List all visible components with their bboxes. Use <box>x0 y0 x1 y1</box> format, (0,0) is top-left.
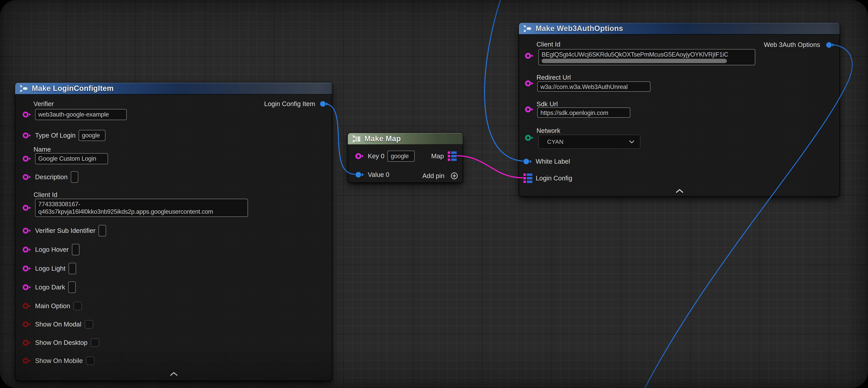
name-input[interactable]: Google Custom Login <box>35 153 108 164</box>
client-id-input[interactable]: 774338308167-q463s7kpvja16l4l0kko3nb925i… <box>35 199 248 217</box>
show-on-desktop-checkbox[interactable] <box>91 338 99 347</box>
add-pin-label: Add pin <box>422 172 444 180</box>
main-option-checkbox[interactable] <box>73 302 82 310</box>
pin-label-value-0: Value 0 <box>368 171 389 179</box>
pin-row-white-label: White Label <box>523 155 570 168</box>
pin-label-logo-light: Logo Light <box>35 265 65 272</box>
client-id-value: BEglQSgt4cUWcj6SKRdu5QkOXTsePmMcusG5EAoy… <box>541 51 728 58</box>
pin-value-0[interactable] <box>355 171 365 178</box>
pin-label-redirect-url: Redirect Url <box>536 73 571 82</box>
pin-label-client-id: Client Id <box>33 191 57 199</box>
type-of-login-input[interactable]: google <box>79 130 105 141</box>
show-on-mobile-checkbox[interactable] <box>86 356 95 365</box>
pin-label-main-option: Main Option <box>35 302 70 310</box>
pin-verifier[interactable] <box>23 111 32 118</box>
show-on-modal-checkbox[interactable] <box>85 320 93 329</box>
node-header-make-web3authoptions[interactable]: Make Web3AuthOptions <box>519 23 840 35</box>
pin-login-config-map-icon[interactable] <box>524 174 532 183</box>
make-map-icon <box>352 135 361 143</box>
chevron-up-icon <box>675 188 684 193</box>
node-make-web3authoptions[interactable]: Make Web3AuthOptions Client Id BEglQSgt4… <box>519 23 840 197</box>
output-pin-map-icon[interactable] <box>448 151 457 161</box>
pin-row-main-option: Main Option <box>23 300 82 312</box>
logo-dark-input[interactable] <box>68 281 76 293</box>
pin-client-id[interactable] <box>525 52 534 59</box>
pin-row-type-of-login: Type Of Login google <box>23 129 105 142</box>
pin-label-network: Network <box>536 127 560 135</box>
pin-redirect-url[interactable] <box>525 80 534 87</box>
pin-row-key-0: Key 0 google <box>355 150 415 162</box>
verifier-sub-identifier-input[interactable] <box>98 225 106 236</box>
pin-verifier-sub-identifier[interactable] <box>23 227 32 234</box>
pin-sdk-url[interactable] <box>525 106 534 113</box>
output-pin-label-login-config-item: Login Config Item <box>264 100 315 108</box>
pin-label-name: Name <box>33 146 51 153</box>
node-header-make-loginconfigitem[interactable]: Make LoginConfigItem <box>15 83 332 95</box>
collapse-node-button[interactable] <box>169 371 178 376</box>
collapse-node-button[interactable] <box>675 188 684 193</box>
network-selected-value: CYAN <box>547 139 563 145</box>
add-pin-button[interactable] <box>451 172 458 180</box>
pin-logo-dark[interactable] <box>23 284 32 291</box>
pin-label-white-label: White Label <box>536 157 570 166</box>
pin-label-client-id: Client Id <box>536 40 560 48</box>
make-struct-icon <box>523 25 532 33</box>
pin-row-show-on-modal: Show On Modal <box>23 318 93 331</box>
output-pin-label-web3auth-options: Web 3Auth Options <box>764 41 820 49</box>
network-select[interactable]: CYAN <box>538 135 640 149</box>
verifier-input[interactable]: web3auth-google-example <box>35 109 127 120</box>
pin-network[interactable] <box>525 134 534 141</box>
pin-label-sdk-url: Sdk Url <box>536 100 558 108</box>
pin-client-id[interactable] <box>23 204 32 211</box>
pin-key-0[interactable] <box>355 153 365 160</box>
pin-white-label[interactable] <box>523 158 532 165</box>
chevron-down-icon <box>629 140 634 144</box>
pin-row-verifier: web3auth-google-example <box>23 108 127 121</box>
node-title: Make LoginConfigItem <box>32 84 114 93</box>
node-make-loginconfigitem[interactable]: Make LoginConfigItem Verifier web3auth-g… <box>15 83 332 381</box>
pin-logo-hover[interactable] <box>23 246 32 253</box>
key-0-input[interactable]: google <box>388 151 415 162</box>
pin-label-description: Description <box>35 173 68 181</box>
pin-row-description: Description <box>23 171 78 183</box>
pin-label-show-on-mobile: Show On Mobile <box>35 357 83 365</box>
pin-label-type-of-login: Type Of Login <box>35 131 75 139</box>
pin-label-verifier: Verifier <box>33 100 54 108</box>
horizontal-scrollbar[interactable] <box>541 59 727 63</box>
pin-row-client-id: 774338308167-q463s7kpvja16l4l0kko3nb925i… <box>23 199 248 217</box>
pin-row-logo-light: Logo Light <box>23 262 76 275</box>
logo-light-input[interactable] <box>69 263 76 274</box>
redirect-url-input[interactable]: w3a://com.w3a.Web3AuthUnreal <box>537 82 650 92</box>
output-pin-label-map: Map <box>431 152 444 160</box>
make-struct-icon <box>19 85 28 92</box>
pin-label-logo-dark: Logo Dark <box>35 283 65 291</box>
pin-row-verifier-sub-identifier: Verifier Sub Identifier <box>23 225 106 237</box>
node-header-make-map[interactable]: Make Map <box>348 133 463 145</box>
description-input[interactable] <box>71 171 78 183</box>
pin-description[interactable] <box>23 174 32 181</box>
pin-row-show-on-desktop: Show On Desktop <box>23 336 99 349</box>
pin-row-show-on-mobile: Show On Mobile <box>23 355 95 367</box>
pin-show-on-mobile[interactable] <box>23 357 32 364</box>
pin-logo-light[interactable] <box>23 265 32 272</box>
logo-hover-input[interactable] <box>72 244 80 255</box>
node-make-map[interactable]: Make Map Key 0 google Map Value 0 Add pi… <box>348 133 463 183</box>
pin-row-logo-dark: Logo Dark <box>23 281 76 294</box>
pin-row-name: Google Custom Login <box>23 152 108 165</box>
pin-label-show-on-desktop: Show On Desktop <box>35 339 88 347</box>
node-title: Make Map <box>365 135 401 143</box>
pin-show-on-desktop[interactable] <box>23 339 32 346</box>
sdk-url-input[interactable]: https://sdk.openlogin.com <box>537 108 630 118</box>
pin-label-key-0: Key 0 <box>368 152 384 160</box>
pin-name[interactable] <box>23 155 32 162</box>
pin-show-on-modal[interactable] <box>23 321 32 328</box>
blueprint-graph-canvas[interactable]: Make LoginConfigItem Verifier web3auth-g… <box>0 0 868 388</box>
chevron-up-icon <box>169 371 178 376</box>
pin-label-logo-hover: Logo Hover <box>35 246 69 253</box>
pin-main-option[interactable] <box>23 302 32 309</box>
pin-type-of-login[interactable] <box>23 132 32 139</box>
pin-row-value-0: Value 0 <box>355 168 389 181</box>
client-id-input[interactable]: BEglQSgt4cUWcj6SKRdu5QkOXTsePmMcusG5EAoy… <box>538 49 755 65</box>
pin-label-show-on-modal: Show On Modal <box>35 320 82 328</box>
wire-offscreen-to-white-label[interactable] <box>485 0 523 161</box>
